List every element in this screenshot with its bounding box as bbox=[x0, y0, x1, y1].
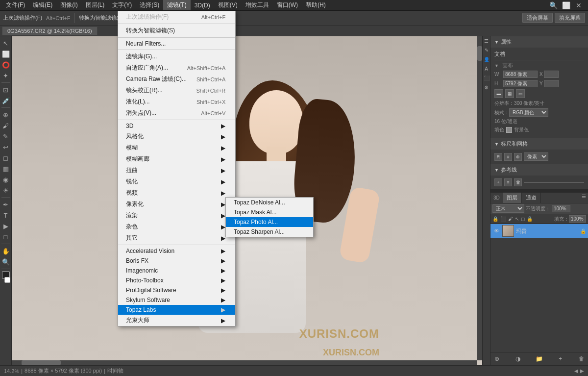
menu-other[interactable]: 其它▶ bbox=[118, 232, 235, 244]
menu-imagenomic[interactable]: Imagenomic▶ bbox=[118, 266, 235, 276]
menu-stylize[interactable]: 风格化▶ bbox=[118, 131, 235, 142]
menu-distort[interactable]: 扭曲▶ bbox=[118, 165, 235, 176]
menu-lens-correct[interactable]: 镜头校正(R)... Shift+Ctrl+R bbox=[118, 85, 235, 96]
menu-noise[interactable]: 杂色▶ bbox=[118, 221, 235, 232]
topaz-mask[interactable]: Topaz Mask Al... bbox=[226, 207, 313, 217]
topaz-denoise[interactable]: Topaz DeNoise Al... bbox=[226, 198, 313, 207]
menu-camera-raw[interactable]: Camera Raw 滤镜(C)... Shift+Ctrl+A bbox=[118, 74, 235, 85]
menu-convert-smart[interactable]: 转换为智能滤镜(S) bbox=[118, 25, 235, 36]
menu-render[interactable]: 渲染▶ bbox=[118, 210, 235, 221]
topaz-sharpen[interactable]: Topaz Sharpen Al... bbox=[226, 227, 313, 237]
menu-sharpen[interactable]: 锐化▶ bbox=[118, 176, 235, 187]
menu-prodigital[interactable]: ProDigital Software▶ bbox=[118, 285, 235, 295]
sep5 bbox=[118, 245, 235, 245]
menu-adaptive-wide[interactable]: 自适应广角(A)... Alt+Shift+Ctrl+A bbox=[118, 62, 235, 74]
menu-photo-toolbox[interactable]: Photo-Toolbox▶ bbox=[118, 276, 235, 285]
menu-3d[interactable]: 3D▶ bbox=[118, 121, 235, 131]
filter-dropdown: 上次滤镜操作(F) Alt+Ctrl+F 转换为智能滤镜(S) Neural F… bbox=[118, 11, 236, 326]
menu-video[interactable]: 视频▶ bbox=[118, 187, 235, 199]
menu-blur[interactable]: 模糊▶ bbox=[118, 142, 235, 153]
menu-neural-filters[interactable]: Neural Filters... bbox=[118, 39, 235, 49]
menu-vanishing-point[interactable]: 消失点(V)... Alt+Ctrl+V bbox=[118, 107, 235, 119]
menu-filter-gallery[interactable]: 滤镜库(G)... bbox=[118, 51, 235, 62]
menu-skylum[interactable]: Skylum Software▶ bbox=[118, 295, 235, 305]
menu-boris-fx[interactable]: Boris FX▶ bbox=[118, 256, 235, 266]
menu-accelerated-vision[interactable]: Accelerated Vision▶ bbox=[118, 246, 235, 256]
menu-light-master[interactable]: 光束大师▶ bbox=[118, 315, 235, 326]
sep3 bbox=[118, 50, 235, 50]
menu-last-filter[interactable]: 上次滤镜操作(F) Alt+Ctrl+F bbox=[118, 11, 235, 23]
sep1 bbox=[118, 24, 235, 24]
sep4 bbox=[118, 120, 235, 120]
sep2 bbox=[118, 37, 235, 38]
menu-blur-gallery[interactable]: 模糊画廊▶ bbox=[118, 153, 235, 165]
dropdown-overlay: 上次滤镜操作(F) Alt+Ctrl+F 转换为智能滤镜(S) Neural F… bbox=[0, 0, 588, 376]
menu-liquify[interactable]: 液化(L)... Shift+Ctrl+X bbox=[118, 96, 235, 107]
topaz-photo-ai[interactable]: Topaz Photo Al... bbox=[226, 217, 313, 227]
topaz-submenu: Topaz DeNoise Al... Topaz Mask Al... Top… bbox=[225, 197, 314, 237]
menu-pixelate[interactable]: 像素化▶ bbox=[118, 199, 235, 210]
menu-topaz-labs[interactable]: Topaz Labs▶ bbox=[118, 305, 235, 315]
